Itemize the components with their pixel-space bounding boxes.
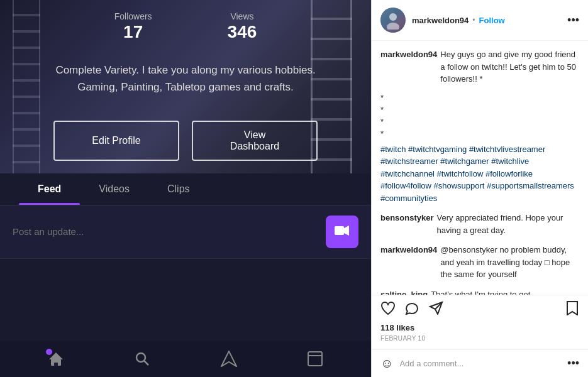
follow-button[interactable]: Follow <box>479 16 505 25</box>
video-button[interactable] <box>326 216 358 248</box>
followers-value: 17 <box>114 21 152 43</box>
svg-point-5 <box>136 353 145 362</box>
svg-rect-4 <box>54 363 58 366</box>
heart-icon[interactable] <box>380 301 396 319</box>
video-icon <box>335 224 350 240</box>
svg-point-10 <box>389 13 397 21</box>
post-user-info: markweldon94 • Follow <box>412 16 567 25</box>
svg-marker-1 <box>344 226 349 236</box>
action-icons-row <box>380 300 579 319</box>
left-panel: Followers 17 Views 346 Complete Variety.… <box>0 0 371 377</box>
post-date: FEBRUARY 10 <box>380 335 579 342</box>
svg-line-6 <box>144 361 148 365</box>
add-comment-bar: ☺ ••• <box>372 349 588 377</box>
comment-caption: markweldon94 Hey guys go and give my goo… <box>380 48 579 85</box>
view-dashboard-button[interactable]: View Dashboard <box>192 121 318 161</box>
post-input[interactable] <box>13 226 316 237</box>
post-area <box>0 205 371 259</box>
comment-username-0[interactable]: markweldon94 <box>380 48 437 85</box>
views-stat: Views 346 <box>228 11 257 43</box>
blank-line-2: * <box>380 105 579 114</box>
avatar <box>380 8 406 33</box>
search-nav-icon[interactable] <box>134 351 150 367</box>
home-nav-icon[interactable] <box>48 351 64 367</box>
tabs-bar: Feed Videos Clips <box>0 173 371 205</box>
comment-text-saltine: That's what I'm trying to get <box>431 288 530 295</box>
comment-text-bensonstyker: Very appreciated friend. Hope your havin… <box>437 212 579 236</box>
svg-marker-2 <box>49 352 63 359</box>
blank-line-4: * <box>380 129 579 138</box>
blank-line-3: * <box>380 117 579 126</box>
share-icon[interactable] <box>428 301 443 319</box>
post-header: markweldon94 • Follow ••• <box>372 0 588 41</box>
emoji-icon[interactable]: ☺ <box>380 356 393 371</box>
svg-rect-8 <box>308 352 322 366</box>
svg-rect-0 <box>335 226 344 235</box>
comment-bensonstyker: bensonstyker Very appreciated friend. Ho… <box>380 212 579 236</box>
tab-feed[interactable]: Feed <box>19 173 80 205</box>
svg-marker-7 <box>221 351 236 366</box>
edit-profile-button[interactable]: Edit Profile <box>53 121 179 161</box>
comment-username-saltine[interactable]: saltine_king <box>380 288 428 295</box>
tab-clips[interactable]: Clips <box>148 173 209 205</box>
dot-separator: • <box>472 16 475 25</box>
more-options-icon[interactable]: ••• <box>567 357 579 370</box>
comment-text-0: Hey guys go and give my good friend a fo… <box>440 48 579 85</box>
right-panel: markweldon94 • Follow ••• markweldon94 H… <box>371 0 588 377</box>
followers-stat: Followers 17 <box>114 11 152 43</box>
followers-label: Followers <box>114 11 152 21</box>
bookmark-icon[interactable] <box>565 300 579 319</box>
blank-line-1: * <box>380 93 579 102</box>
views-label: Views <box>228 11 257 21</box>
bottom-nav <box>0 341 371 377</box>
comments-section: markweldon94 Hey guys go and give my goo… <box>372 41 588 295</box>
svg-point-11 <box>387 23 399 30</box>
send-nav-icon[interactable] <box>221 351 237 367</box>
comment-username-mw-reply[interactable]: markweldon94 <box>380 244 437 281</box>
clip-nav-icon[interactable] <box>307 351 323 367</box>
bio-text: Complete Variety. I take you along my va… <box>0 49 371 108</box>
more-icon[interactable]: ••• <box>567 14 579 27</box>
avatar-image <box>380 8 406 33</box>
comment-username-bensonstyker[interactable]: bensonstyker <box>380 212 434 236</box>
views-value: 346 <box>228 21 257 43</box>
tab-videos[interactable]: Videos <box>80 173 148 205</box>
comment-text-mw-reply: @bensonstyker no problem buddy, and yeah… <box>440 244 579 281</box>
post-username[interactable]: markweldon94 <box>412 16 469 25</box>
comment-markweldon-reply: markweldon94 @bensonstyker no problem bu… <box>380 244 579 281</box>
hashtags-block: #twitch #twitchtvgaming #twitchtvlivestr… <box>380 143 579 205</box>
likes-count: 118 likes <box>380 323 579 332</box>
stats-bar: Followers 17 Views 346 <box>0 0 371 49</box>
action-buttons: Edit Profile View Dashboard <box>0 108 371 173</box>
comment-icon[interactable] <box>404 301 419 319</box>
add-comment-input[interactable] <box>399 359 567 368</box>
comment-saltine-king: saltine_king That's what I'm trying to g… <box>380 288 579 295</box>
post-actions: 118 likes FEBRUARY 10 <box>372 295 588 349</box>
